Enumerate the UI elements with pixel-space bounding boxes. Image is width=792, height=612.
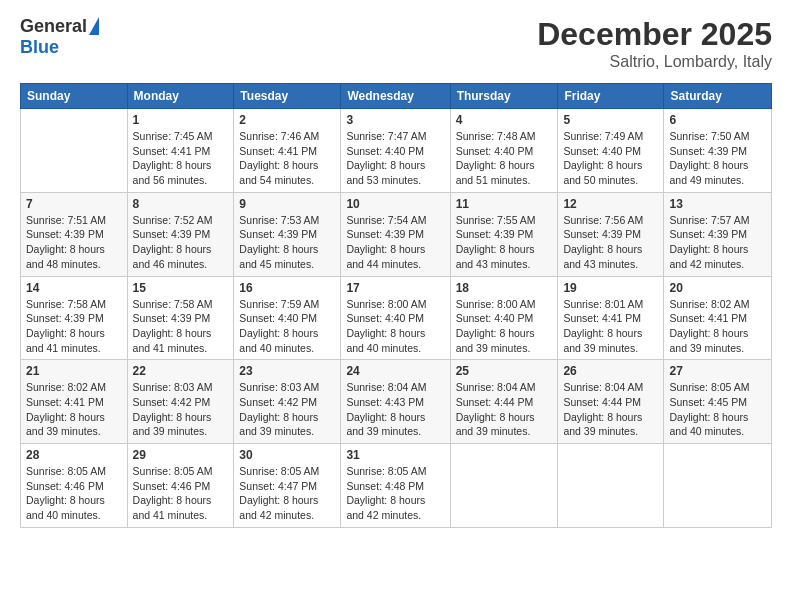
calendar-cell: 13Sunrise: 7:57 AM Sunset: 4:39 PM Dayli… — [664, 192, 772, 276]
month-title: December 2025 — [537, 16, 772, 53]
calendar-day-header: Tuesday — [234, 84, 341, 109]
day-number: 27 — [669, 364, 766, 378]
calendar-week-row: 21Sunrise: 8:02 AM Sunset: 4:41 PM Dayli… — [21, 360, 772, 444]
cell-content: Sunrise: 7:59 AM Sunset: 4:40 PM Dayligh… — [239, 297, 335, 356]
calendar-table: SundayMondayTuesdayWednesdayThursdayFrid… — [20, 83, 772, 528]
cell-content: Sunrise: 8:05 AM Sunset: 4:45 PM Dayligh… — [669, 380, 766, 439]
day-number: 4 — [456, 113, 553, 127]
cell-content: Sunrise: 8:00 AM Sunset: 4:40 PM Dayligh… — [346, 297, 444, 356]
title-block: December 2025 Saltrio, Lombardy, Italy — [537, 16, 772, 71]
calendar-header-row: SundayMondayTuesdayWednesdayThursdayFrid… — [21, 84, 772, 109]
page-container: General Blue December 2025 Saltrio, Lomb… — [0, 0, 792, 538]
cell-content: Sunrise: 8:01 AM Sunset: 4:41 PM Dayligh… — [563, 297, 658, 356]
calendar-cell: 25Sunrise: 8:04 AM Sunset: 4:44 PM Dayli… — [450, 360, 558, 444]
cell-content: Sunrise: 7:53 AM Sunset: 4:39 PM Dayligh… — [239, 213, 335, 272]
day-number: 11 — [456, 197, 553, 211]
day-number: 31 — [346, 448, 444, 462]
logo: General Blue — [20, 16, 99, 58]
day-number: 13 — [669, 197, 766, 211]
logo-blue-text: Blue — [20, 37, 59, 58]
calendar-cell: 21Sunrise: 8:02 AM Sunset: 4:41 PM Dayli… — [21, 360, 128, 444]
day-number: 26 — [563, 364, 658, 378]
calendar-day-header: Sunday — [21, 84, 128, 109]
calendar-cell: 14Sunrise: 7:58 AM Sunset: 4:39 PM Dayli… — [21, 276, 128, 360]
calendar-day-header: Monday — [127, 84, 234, 109]
cell-content: Sunrise: 8:05 AM Sunset: 4:46 PM Dayligh… — [26, 464, 122, 523]
cell-content: Sunrise: 7:58 AM Sunset: 4:39 PM Dayligh… — [26, 297, 122, 356]
calendar-cell: 15Sunrise: 7:58 AM Sunset: 4:39 PM Dayli… — [127, 276, 234, 360]
calendar-cell: 24Sunrise: 8:04 AM Sunset: 4:43 PM Dayli… — [341, 360, 450, 444]
day-number: 25 — [456, 364, 553, 378]
calendar-cell: 27Sunrise: 8:05 AM Sunset: 4:45 PM Dayli… — [664, 360, 772, 444]
cell-content: Sunrise: 8:05 AM Sunset: 4:46 PM Dayligh… — [133, 464, 229, 523]
cell-content: Sunrise: 7:45 AM Sunset: 4:41 PM Dayligh… — [133, 129, 229, 188]
calendar-cell: 18Sunrise: 8:00 AM Sunset: 4:40 PM Dayli… — [450, 276, 558, 360]
cell-content: Sunrise: 7:49 AM Sunset: 4:40 PM Dayligh… — [563, 129, 658, 188]
calendar-cell: 29Sunrise: 8:05 AM Sunset: 4:46 PM Dayli… — [127, 444, 234, 528]
logo-triangle-icon — [89, 17, 99, 35]
calendar-cell: 5Sunrise: 7:49 AM Sunset: 4:40 PM Daylig… — [558, 109, 664, 193]
cell-content: Sunrise: 8:02 AM Sunset: 4:41 PM Dayligh… — [669, 297, 766, 356]
day-number: 17 — [346, 281, 444, 295]
cell-content: Sunrise: 7:57 AM Sunset: 4:39 PM Dayligh… — [669, 213, 766, 272]
location-text: Saltrio, Lombardy, Italy — [537, 53, 772, 71]
day-number: 9 — [239, 197, 335, 211]
cell-content: Sunrise: 7:55 AM Sunset: 4:39 PM Dayligh… — [456, 213, 553, 272]
cell-content: Sunrise: 8:04 AM Sunset: 4:43 PM Dayligh… — [346, 380, 444, 439]
cell-content: Sunrise: 7:56 AM Sunset: 4:39 PM Dayligh… — [563, 213, 658, 272]
cell-content: Sunrise: 8:05 AM Sunset: 4:48 PM Dayligh… — [346, 464, 444, 523]
calendar-week-row: 1Sunrise: 7:45 AM Sunset: 4:41 PM Daylig… — [21, 109, 772, 193]
calendar-day-header: Thursday — [450, 84, 558, 109]
calendar-day-header: Saturday — [664, 84, 772, 109]
day-number: 28 — [26, 448, 122, 462]
calendar-cell: 26Sunrise: 8:04 AM Sunset: 4:44 PM Dayli… — [558, 360, 664, 444]
calendar-cell: 12Sunrise: 7:56 AM Sunset: 4:39 PM Dayli… — [558, 192, 664, 276]
calendar-day-header: Friday — [558, 84, 664, 109]
cell-content: Sunrise: 8:05 AM Sunset: 4:47 PM Dayligh… — [239, 464, 335, 523]
day-number: 2 — [239, 113, 335, 127]
cell-content: Sunrise: 7:47 AM Sunset: 4:40 PM Dayligh… — [346, 129, 444, 188]
day-number: 20 — [669, 281, 766, 295]
cell-content: Sunrise: 7:51 AM Sunset: 4:39 PM Dayligh… — [26, 213, 122, 272]
day-number: 12 — [563, 197, 658, 211]
calendar-cell: 3Sunrise: 7:47 AM Sunset: 4:40 PM Daylig… — [341, 109, 450, 193]
logo-general-text: General — [20, 16, 87, 37]
day-number: 8 — [133, 197, 229, 211]
calendar-cell — [664, 444, 772, 528]
calendar-cell: 6Sunrise: 7:50 AM Sunset: 4:39 PM Daylig… — [664, 109, 772, 193]
day-number: 16 — [239, 281, 335, 295]
calendar-cell — [558, 444, 664, 528]
calendar-cell: 7Sunrise: 7:51 AM Sunset: 4:39 PM Daylig… — [21, 192, 128, 276]
cell-content: Sunrise: 7:48 AM Sunset: 4:40 PM Dayligh… — [456, 129, 553, 188]
calendar-cell: 1Sunrise: 7:45 AM Sunset: 4:41 PM Daylig… — [127, 109, 234, 193]
cell-content: Sunrise: 8:02 AM Sunset: 4:41 PM Dayligh… — [26, 380, 122, 439]
cell-content: Sunrise: 8:04 AM Sunset: 4:44 PM Dayligh… — [456, 380, 553, 439]
cell-content: Sunrise: 8:03 AM Sunset: 4:42 PM Dayligh… — [133, 380, 229, 439]
calendar-cell: 22Sunrise: 8:03 AM Sunset: 4:42 PM Dayli… — [127, 360, 234, 444]
day-number: 6 — [669, 113, 766, 127]
day-number: 15 — [133, 281, 229, 295]
calendar-cell: 4Sunrise: 7:48 AM Sunset: 4:40 PM Daylig… — [450, 109, 558, 193]
day-number: 22 — [133, 364, 229, 378]
calendar-cell: 8Sunrise: 7:52 AM Sunset: 4:39 PM Daylig… — [127, 192, 234, 276]
cell-content: Sunrise: 7:58 AM Sunset: 4:39 PM Dayligh… — [133, 297, 229, 356]
day-number: 23 — [239, 364, 335, 378]
day-number: 19 — [563, 281, 658, 295]
cell-content: Sunrise: 8:04 AM Sunset: 4:44 PM Dayligh… — [563, 380, 658, 439]
day-number: 18 — [456, 281, 553, 295]
day-number: 30 — [239, 448, 335, 462]
calendar-cell: 10Sunrise: 7:54 AM Sunset: 4:39 PM Dayli… — [341, 192, 450, 276]
cell-content: Sunrise: 7:46 AM Sunset: 4:41 PM Dayligh… — [239, 129, 335, 188]
calendar-cell: 31Sunrise: 8:05 AM Sunset: 4:48 PM Dayli… — [341, 444, 450, 528]
day-number: 24 — [346, 364, 444, 378]
day-number: 1 — [133, 113, 229, 127]
calendar-week-row: 28Sunrise: 8:05 AM Sunset: 4:46 PM Dayli… — [21, 444, 772, 528]
calendar-day-header: Wednesday — [341, 84, 450, 109]
cell-content: Sunrise: 7:54 AM Sunset: 4:39 PM Dayligh… — [346, 213, 444, 272]
calendar-cell: 9Sunrise: 7:53 AM Sunset: 4:39 PM Daylig… — [234, 192, 341, 276]
calendar-cell — [21, 109, 128, 193]
calendar-cell — [450, 444, 558, 528]
calendar-cell: 28Sunrise: 8:05 AM Sunset: 4:46 PM Dayli… — [21, 444, 128, 528]
day-number: 10 — [346, 197, 444, 211]
day-number: 14 — [26, 281, 122, 295]
